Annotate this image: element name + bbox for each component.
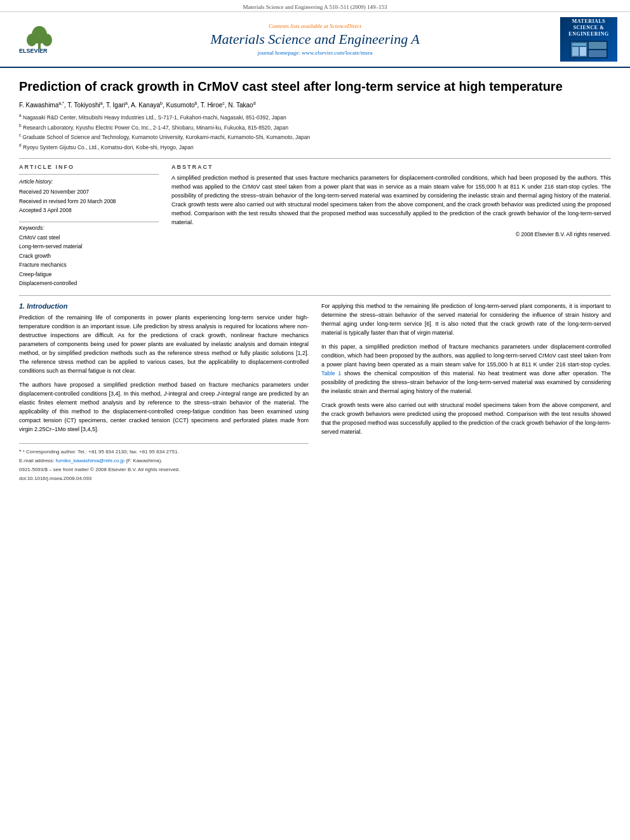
brand-line1: MATERIALS: [572, 18, 605, 25]
elsevier-logo-area: ELSEVIER: [13, 22, 70, 57]
keywords-label: Keywords:: [19, 225, 159, 231]
article-title: Prediction of crack growth in CrMoV cast…: [19, 78, 611, 95]
authors-line: F. Kawashimaa,*, T. Tokiyoshia, T. Igari…: [19, 101, 611, 109]
journal-banner: ELSEVIER Contents lists available at Sci…: [0, 12, 630, 68]
revised-date: Received in revised form 20 March 2008: [19, 197, 159, 206]
affiliation-b: b Research Laboratory, Kyushu Electric P…: [19, 123, 611, 132]
corresponding-author-text: * Corresponding author. Tel.: +81 95 834…: [23, 449, 179, 455]
affiliation-d: d Ryoyu System Gijutsu Co., Ltd., Komats…: [19, 142, 611, 152]
main-content: Prediction of crack growth in CrMoV cast…: [0, 68, 630, 494]
section1-heading: 1. Introduction: [19, 302, 309, 310]
body-section: 1. Introduction Prediction of the remain…: [19, 302, 611, 484]
brand-image-icon: [570, 41, 608, 58]
history-label: Article history:: [19, 177, 159, 186]
body-para-5: Crack growth tests were also carried out…: [321, 401, 611, 437]
elsevier-logo-svg: ELSEVIER: [16, 22, 67, 54]
info-abstract-section: ARTICLE INFO Article history: Received 2…: [19, 164, 611, 288]
elsevier-logo: ELSEVIER: [16, 22, 67, 56]
svg-point-3: [42, 34, 52, 46]
keyword-3: Crack growth: [19, 251, 159, 260]
journal-brand-box: MATERIALS SCIENCE & ENGINEERING: [560, 17, 617, 62]
affiliations: a Nagasaki R&D Center, Mitsubishi Heavy …: [19, 112, 611, 152]
body-para-4: In this paper, a simplified prediction m…: [321, 343, 611, 396]
journal-meta: Materials Science and Engineering A 510–…: [0, 0, 630, 12]
journal-homepage: journal homepage: www.elsevier.com/locat…: [70, 50, 560, 56]
sciencedirect-name: ScienceDirect: [330, 23, 361, 29]
body-divider: [19, 295, 611, 296]
email-address: fumiko_kawashima@mhi.co.jp: [56, 458, 124, 463]
brand-line2: SCIENCE &: [573, 25, 605, 31]
homepage-url: www.elsevier.com/locate/msea: [302, 50, 372, 56]
body-col-right: For applying this method to the remainin…: [321, 302, 611, 484]
journal-meta-text: Materials Science and Engineering A 510–…: [243, 4, 387, 10]
table-ref: Table 1: [321, 370, 341, 377]
svg-rect-11: [580, 47, 586, 56]
keyword-5: Creep-fatigue: [19, 270, 159, 279]
article-info-label: ARTICLE INFO: [19, 164, 159, 170]
email-label: E-mail address:: [19, 458, 56, 463]
abstract-label: ABSTRACT: [171, 164, 611, 170]
footer: * * Corresponding author. Tel.: +81 95 8…: [19, 443, 309, 483]
keywords-section: Keywords: CrMoV cast steel Long-term-ser…: [19, 222, 159, 288]
doi-text: doi:10.1016/j.msea.2008.04.093: [19, 476, 91, 481]
issn-text: 0921-5093/$ – see front matter © 2008 El…: [19, 467, 180, 472]
article-info-column: ARTICLE INFO Article history: Received 2…: [19, 164, 159, 288]
corresponding-author-note: * * Corresponding author. Tel.: +81 95 8…: [19, 448, 309, 457]
keyword-6: Displacement-controlled: [19, 279, 159, 288]
body-para-3: For applying this method to the remainin…: [321, 302, 611, 338]
svg-rect-10: [572, 47, 579, 56]
affiliation-a: a Nagasaki R&D Center, Mitsubishi Heavy …: [19, 112, 611, 122]
affiliation-c: c Graduate School of Science and Technol…: [19, 132, 611, 142]
svg-rect-7: [589, 42, 607, 49]
body-col-left: 1. Introduction Prediction of the remain…: [19, 302, 309, 484]
svg-text:ELSEVIER: ELSEVIER: [19, 48, 48, 54]
keyword-2: Long-term-served material: [19, 242, 159, 251]
issn-line: 0921-5093/$ – see front matter © 2008 El…: [19, 466, 309, 474]
accepted-date: Accepted 3 April 2008: [19, 206, 159, 215]
star-symbol: *: [19, 448, 22, 455]
article-history: Article history: Received 20 November 20…: [19, 174, 159, 215]
abstract-column: ABSTRACT A simplified prediction method …: [171, 164, 611, 288]
journal-title: Materials Science and Engineering A: [70, 31, 560, 48]
svg-rect-9: [572, 43, 586, 46]
banner-center: Contents lists available at ScienceDirec…: [70, 23, 560, 56]
header-divider: [19, 158, 611, 159]
homepage-prefix: journal homepage:: [258, 50, 302, 56]
keyword-4: Fracture mechanics: [19, 260, 159, 269]
sciencedirect-line: Contents lists available at ScienceDirec…: [70, 23, 560, 29]
received-date: Received 20 November 2007: [19, 187, 159, 196]
keyword-1: CrMoV cast steel: [19, 233, 159, 242]
sciencedirect-prefix: Contents lists available at: [269, 23, 330, 29]
email-line: E-mail address: fumiko_kawashima@mhi.co.…: [19, 457, 309, 465]
abstract-text: A simplified prediction method is presen…: [171, 174, 611, 227]
copyright-line: © 2008 Elsevier B.V. All rights reserved…: [171, 231, 611, 237]
doi-line: doi:10.1016/j.msea.2008.04.093: [19, 475, 309, 483]
svg-point-2: [27, 34, 37, 46]
svg-rect-8: [589, 50, 607, 57]
email-suffix: (F. Kawashima).: [126, 458, 162, 463]
body-para-2: The authors have proposed a simplified p…: [19, 381, 309, 434]
body-para-1: Prediction of the remaining life of comp…: [19, 314, 309, 376]
brand-line3: ENGINEERING: [568, 31, 608, 37]
